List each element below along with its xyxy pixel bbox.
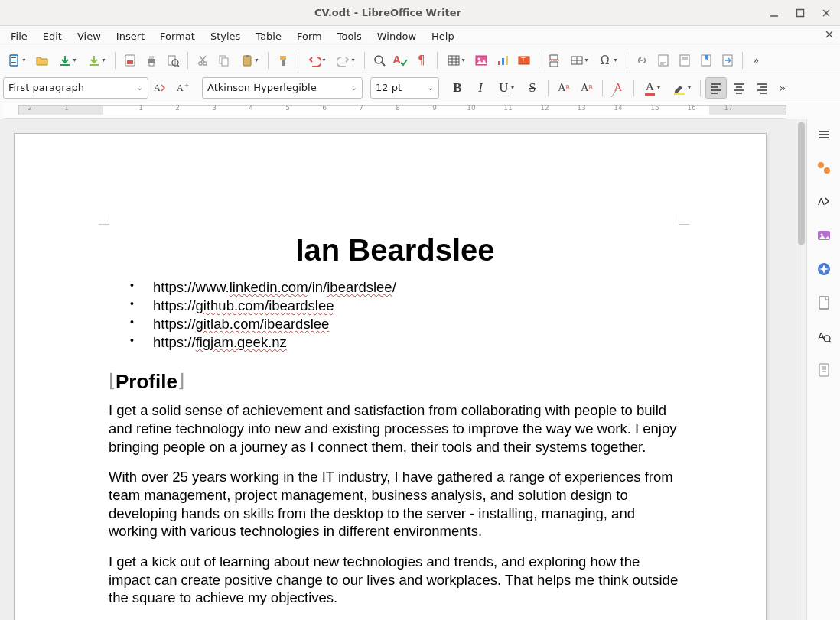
font-name-combo[interactable]: Atkinson Hyperlegible ⌄: [202, 77, 363, 99]
scrollbar-thumb[interactable]: [798, 122, 805, 245]
doc-links-list[interactable]: https://www.linkedin.com/in/ibeardslee/ …: [109, 278, 682, 352]
menu-table[interactable]: Table: [248, 28, 289, 45]
clear-formatting-button[interactable]: A∕: [607, 77, 629, 99]
insert-image-button[interactable]: [471, 50, 491, 70]
margin-mark-top-left: [99, 214, 109, 225]
cut-button[interactable]: [193, 50, 213, 70]
menu-window[interactable]: Window: [370, 28, 424, 45]
window-title: CV.odt - LibreOffice Writer: [6, 7, 770, 18]
window-maximize-button[interactable]: [796, 8, 808, 18]
svg-rect-9: [11, 62, 16, 63]
menu-format[interactable]: Format: [152, 28, 203, 45]
toolbar-overflow-button[interactable]: »: [747, 54, 764, 67]
clone-formatting-button[interactable]: [273, 50, 293, 70]
align-left-button[interactable]: [705, 77, 727, 99]
sidebar-page-icon[interactable]: [813, 292, 835, 313]
sidebar-gallery-icon[interactable]: [813, 225, 835, 246]
svg-point-30: [375, 56, 383, 63]
align-center-button[interactable]: [728, 77, 750, 99]
window-close-button[interactable]: [822, 8, 834, 18]
save-as-button[interactable]: ▾: [83, 50, 110, 70]
svg-text:¶: ¶: [418, 54, 425, 67]
insert-bookmark-button[interactable]: [696, 50, 716, 70]
svg-text:A: A: [393, 54, 401, 65]
insert-page-break-button[interactable]: [544, 50, 564, 70]
menu-file[interactable]: File: [3, 28, 35, 45]
sidebar-navigator-icon[interactable]: [813, 258, 835, 280]
bold-button[interactable]: B: [447, 77, 468, 99]
superscript-button[interactable]: AB: [553, 77, 575, 99]
standard-toolbar: ▾ ▾ ▾ ▾ ▾ ▾ A ¶: [0, 47, 840, 73]
italic-button[interactable]: I: [470, 77, 491, 99]
print-button[interactable]: [142, 50, 161, 70]
svg-text:Ω: Ω: [601, 54, 609, 67]
svg-rect-11: [90, 64, 99, 66]
find-replace-button[interactable]: [370, 50, 389, 70]
insert-table-button[interactable]: ▾: [442, 50, 470, 70]
subscript-button[interactable]: AB: [576, 77, 597, 99]
document-viewport[interactable]: Ian Beardslee https://www.linkedin.com/i…: [0, 119, 796, 620]
sidebar-styles-icon[interactable]: A: [813, 191, 835, 213]
menu-help[interactable]: Help: [424, 28, 462, 45]
doc-paragraph[interactable]: I get a kick out of learning about new t…: [109, 553, 682, 607]
update-style-button[interactable]: A: [150, 77, 171, 99]
redo-button[interactable]: ▾: [332, 50, 360, 70]
svg-point-21: [203, 61, 207, 64]
svg-rect-86: [819, 297, 829, 309]
doc-title[interactable]: Ian Beardslee: [109, 233, 682, 268]
window-titlebar: CV.odt - LibreOffice Writer: [0, 0, 840, 26]
menu-tools[interactable]: Tools: [330, 28, 370, 45]
menu-styles[interactable]: Styles: [203, 28, 248, 45]
document-close-button[interactable]: [825, 30, 834, 39]
paste-button[interactable]: ▾: [236, 50, 263, 70]
menu-view[interactable]: View: [70, 28, 109, 45]
list-item: https://figjam.geek.nz: [139, 333, 682, 352]
underline-button[interactable]: U▾: [493, 77, 520, 99]
insert-hyperlink-button[interactable]: [632, 50, 652, 70]
insert-endnote-button[interactable]: [675, 50, 695, 70]
font-color-button[interactable]: A▾: [639, 77, 666, 99]
svg-rect-16: [149, 63, 154, 66]
formatting-marks-button[interactable]: ¶: [412, 50, 432, 70]
copy-button[interactable]: [214, 50, 234, 70]
font-size-combo[interactable]: 12 pt ⌄: [370, 77, 439, 99]
insert-special-char-button[interactable]: Ω▾: [594, 50, 622, 70]
svg-text:T: T: [520, 57, 526, 64]
list-item: https://gitlab.com/ibeardslee: [139, 315, 682, 333]
doc-heading-profile[interactable]: Profile: [116, 370, 177, 394]
spellcheck-button[interactable]: A: [391, 50, 411, 70]
svg-point-40: [478, 57, 480, 60]
svg-rect-64: [674, 93, 685, 95]
insert-field-button[interactable]: ▾: [565, 50, 593, 70]
open-button[interactable]: [32, 50, 52, 70]
window-minimize-button[interactable]: [770, 8, 782, 18]
new-button[interactable]: ▾: [3, 50, 31, 70]
insert-text-box-button[interactable]: T: [514, 50, 534, 70]
menu-form[interactable]: Form: [289, 28, 330, 45]
save-button[interactable]: ▾: [54, 50, 81, 70]
sidebar-manage-changes-icon[interactable]: [813, 359, 835, 381]
horizontal-ruler[interactable]: 2 1 1 2 3 4 5 6 7 8 9 10 11 12 13 14 15 …: [3, 102, 786, 119]
paragraph-style-combo[interactable]: First paragraph ⌄: [3, 77, 148, 99]
strikethrough-button[interactable]: S: [522, 77, 543, 99]
insert-chart-button[interactable]: [493, 50, 513, 70]
doc-paragraph[interactable]: With over 25 years working in the IT ind…: [109, 468, 682, 540]
svg-rect-41: [498, 61, 500, 65]
sidebar-properties-icon[interactable]: [813, 157, 835, 179]
document-page[interactable]: Ian Beardslee https://www.linkedin.com/i…: [14, 133, 767, 620]
sidebar-style-inspector-icon[interactable]: A: [813, 326, 835, 347]
new-style-button[interactable]: A+: [173, 77, 194, 99]
insert-cross-ref-button[interactable]: [718, 50, 737, 70]
print-preview-button[interactable]: [163, 50, 183, 70]
doc-paragraph[interactable]: I get a solid sense of achievement and s…: [109, 401, 682, 456]
sidebar-settings-icon[interactable]: [813, 124, 835, 145]
vertical-scrollbar[interactable]: [796, 119, 806, 620]
align-right-button[interactable]: [751, 77, 773, 99]
menu-insert[interactable]: Insert: [109, 28, 152, 45]
export-pdf-button[interactable]: [120, 50, 140, 70]
formatting-toolbar-overflow-button[interactable]: »: [774, 82, 791, 94]
undo-button[interactable]: ▾: [303, 50, 330, 70]
menu-edit[interactable]: Edit: [35, 28, 70, 45]
insert-footnote-button[interactable]: [653, 50, 673, 70]
highlight-color-button[interactable]: ▾: [668, 77, 695, 99]
